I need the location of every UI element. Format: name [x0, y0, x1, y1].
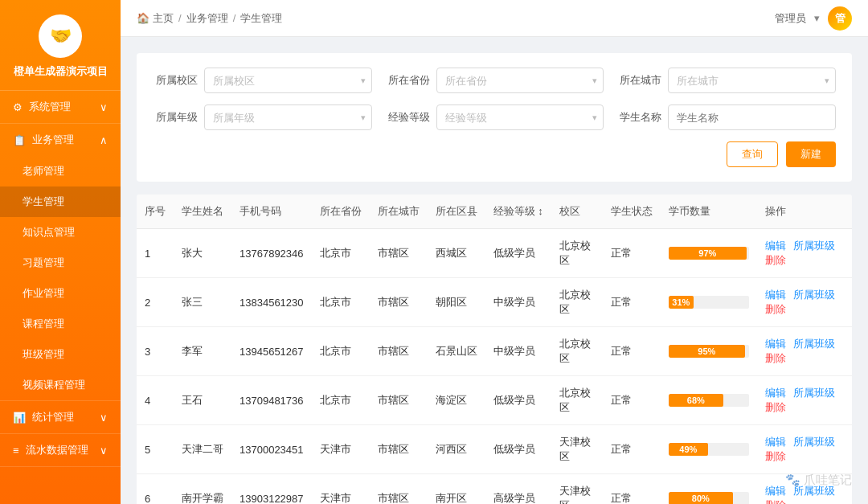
sidebar-item-exercise[interactable]: 习题管理: [0, 248, 121, 278]
cell-name: 张三: [174, 278, 231, 327]
cell-city: 市辖区: [370, 474, 428, 505]
class-link[interactable]: 所属班级: [793, 436, 835, 448]
cell-phone: 13767892346: [231, 229, 312, 278]
new-button[interactable]: 新建: [786, 141, 836, 167]
grade-select[interactable]: 所属年级: [204, 104, 372, 130]
delete-link[interactable]: 删除: [765, 352, 786, 364]
col-coins: 学币数量: [661, 195, 757, 229]
col-campus: 校区: [551, 195, 603, 229]
edit-link[interactable]: 编辑: [765, 289, 786, 301]
sidebar-item-flow[interactable]: ≡ 流水数据管理 ∨: [0, 434, 121, 466]
cell-status: 正常: [603, 327, 661, 376]
filter-row-2: 所属年级 所属年级 经验等级 经验等级: [153, 104, 836, 130]
cell-district: 石景山区: [428, 327, 485, 376]
class-link[interactable]: 所属班级: [793, 289, 835, 301]
sidebar-item-homework[interactable]: 作业管理: [0, 278, 121, 309]
cell-campus: 天津校区: [551, 425, 603, 474]
filter-school: 所属校区 所属校区: [153, 68, 372, 93]
sidebar-item-teacher[interactable]: 老师管理: [0, 156, 121, 186]
sidebar-title: 橙单生成器演示项目: [14, 64, 108, 79]
cell-province: 北京市: [312, 278, 370, 327]
col-exp[interactable]: 经验等级 ↕: [485, 195, 551, 229]
filter-panel: 所属校区 所属校区 所在省份 所在省份: [137, 53, 852, 182]
cell-campus: 北京校区: [551, 376, 603, 425]
sidebar-item-course[interactable]: 课程管理: [0, 309, 121, 339]
name-label: 学生名称: [616, 110, 661, 125]
edit-link[interactable]: 编辑: [765, 338, 786, 350]
delete-link[interactable]: 删除: [765, 303, 786, 315]
breadcrumb-business[interactable]: 业务管理: [186, 11, 228, 26]
table-row: 3 李军 13945651267 北京市 市辖区 石景山区 中级学员 北京校区 …: [137, 327, 852, 376]
content: 所属校区 所属校区 所在省份 所在省份: [121, 37, 868, 504]
edit-link[interactable]: 编辑: [765, 240, 786, 252]
cell-campus: 北京校区: [551, 278, 603, 327]
query-button[interactable]: 查询: [727, 141, 778, 167]
cell-exp: 高级学员: [485, 474, 551, 505]
cell-coins: 95%: [661, 327, 757, 376]
col-name: 学生姓名: [174, 195, 231, 229]
video-label: 视频课程管理: [23, 379, 85, 391]
header: 🏠 主页 / 业务管理 / 学生管理 管理员 ▾ 管: [121, 0, 868, 37]
section-business: 📋 业务管理 ∧ 老师管理 学生管理 知识点管理 习题管理 作业管理 课程管理: [0, 124, 121, 401]
cell-phone: 13709481736: [231, 376, 312, 425]
cell-province: 北京市: [312, 376, 370, 425]
school-select[interactable]: 所属校区: [204, 68, 372, 93]
sidebar-item-class[interactable]: 班级管理: [0, 339, 121, 370]
sidebar-item-student[interactable]: 学生管理: [0, 186, 121, 217]
main-area: 🏠 主页 / 业务管理 / 学生管理 管理员 ▾ 管 所属校区 所属校区: [121, 0, 868, 504]
sidebar-item-video[interactable]: 视频课程管理: [0, 370, 121, 400]
exp-select[interactable]: 经验等级: [436, 104, 604, 130]
cell-exp: 中级学员: [485, 278, 551, 327]
breadcrumb-sep-2: /: [233, 12, 236, 24]
breadcrumb-home[interactable]: 🏠 主页: [137, 11, 174, 26]
sidebar-item-business[interactable]: 📋 业务管理 ∧: [0, 124, 121, 156]
delete-link[interactable]: 删除: [765, 401, 786, 413]
sidebar-item-system[interactable]: ⚙ 系统管理 ∨: [0, 91, 121, 123]
table-row: 6 南开学霸 13903122987 天津市 市辖区 南开区 高级学员 天津校区…: [137, 474, 852, 505]
sidebar-item-knowledge[interactable]: 知识点管理: [0, 217, 121, 248]
cell-phone: 13945651267: [231, 327, 312, 376]
cell-exp: 低级学员: [485, 376, 551, 425]
edit-link[interactable]: 编辑: [765, 436, 786, 448]
grade-label: 所属年级: [153, 110, 198, 125]
edit-link[interactable]: 编辑: [765, 485, 786, 497]
cell-actions: 编辑 所属班级 删除: [757, 229, 852, 278]
cell-actions: 编辑 所属班级 删除: [757, 278, 852, 327]
cell-city: 市辖区: [370, 327, 428, 376]
logo-icon: 🤝: [39, 14, 82, 58]
cell-status: 正常: [603, 425, 661, 474]
sidebar-item-system-label: 系统管理: [29, 100, 71, 114]
school-select-wrapper: 所属校区: [204, 68, 372, 93]
breadcrumb-student: 学生管理: [240, 11, 282, 26]
class-link[interactable]: 所属班级: [793, 485, 835, 497]
breadcrumb-sep-1: /: [178, 12, 182, 24]
table-header: 序号 学生姓名 手机号码 所在省份 所在城市 所在区县 经验等级 ↕ 校区 学生…: [137, 195, 852, 229]
table-header-row: 序号 学生姓名 手机号码 所在省份 所在城市 所在区县 经验等级 ↕ 校区 学生…: [137, 195, 852, 229]
cell-actions: 编辑 所属班级 删除: [757, 376, 852, 425]
filter-province: 所在省份 所在省份: [385, 68, 604, 93]
chevron-icon-flow: ∨: [100, 445, 108, 457]
class-link[interactable]: 所属班级: [793, 240, 835, 252]
delete-link[interactable]: 删除: [765, 254, 786, 266]
cell-name: 张大: [174, 229, 231, 278]
cell-name: 李军: [174, 327, 231, 376]
class-link[interactable]: 所属班级: [793, 387, 835, 399]
course-label: 课程管理: [23, 318, 64, 330]
edit-link[interactable]: 编辑: [765, 387, 786, 399]
student-label: 学生管理: [23, 195, 64, 207]
sidebar-item-stats[interactable]: 📊 统计管理 ∨: [0, 401, 121, 433]
cell-actions: 编辑 所属班级 删除: [757, 327, 852, 376]
admin-dropdown-icon[interactable]: ▾: [814, 12, 820, 24]
class-link[interactable]: 所属班级: [793, 338, 835, 350]
cell-status: 正常: [603, 474, 661, 505]
province-select[interactable]: 所在省份: [436, 68, 604, 93]
cell-id: 5: [137, 425, 174, 474]
cell-exp: 低级学员: [485, 425, 551, 474]
city-select[interactable]: 所在城市: [668, 68, 836, 93]
delete-link[interactable]: 删除: [765, 499, 786, 504]
cell-coins: 68%: [661, 376, 757, 425]
table-row: 4 王石 13709481736 北京市 市辖区 海淀区 低级学员 北京校区 正…: [137, 376, 852, 425]
delete-link[interactable]: 删除: [765, 450, 786, 462]
name-input[interactable]: [668, 104, 836, 130]
sidebar-item-business-label: 业务管理: [32, 133, 74, 147]
